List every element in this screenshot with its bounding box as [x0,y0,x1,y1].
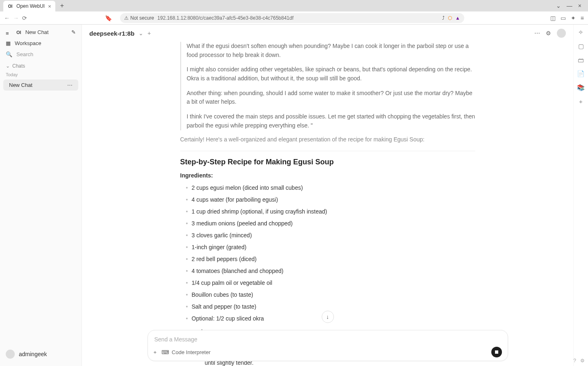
list-item: 3 medium onions (peeled and chopped) [184,218,475,230]
header-avatar-icon[interactable] [557,29,566,38]
search-placeholder: Search [16,51,33,57]
browser-right-icons: ◫ ▭ ✦ ≡ [550,15,584,21]
sidebar-user[interactable]: admingeek [0,346,82,363]
chats-label: Chats [12,63,25,69]
grid-icon: ▦ [6,40,11,46]
response-intro: Certainly! Here's a well-organized and e… [180,136,475,143]
window-minimize-icon[interactable]: ⌄ [556,2,561,9]
list-item: 2 cups egusi melon (diced into small cub… [184,182,475,194]
search-row[interactable]: 🔍 Search [0,49,82,60]
list-item: 1/4 cup palm oil or vegetable oil [184,277,475,289]
list-item: 1 cup dried shrimp (optional, if using c… [184,206,475,218]
list-item: 3 cloves garlic (minced) [184,230,475,241]
brave-shield-icon[interactable]: ⬡ [448,15,452,21]
reasoning-paragraph: Another thing: when pounding, should I a… [187,89,475,107]
reasoning-paragraph: I think I've covered the main steps and … [187,112,475,130]
workspace-button[interactable]: ▦ Workspace [0,38,82,49]
app-logo-icon: OI [16,30,21,35]
forward-icon[interactable]: → [13,15,19,21]
close-tab-icon[interactable]: × [48,3,51,9]
bottom-right-controls: ? ⚙ [573,358,585,364]
main-header: deepseek-r1:8b ⌄ + ⋯ ⚙ [82,25,573,42]
send-button[interactable] [491,347,502,357]
url-text: 192.168.1.12:8080/c/caec39a7-afc5-45e3-8… [157,15,293,21]
header-right: ⋯ ⚙ [534,29,566,38]
ingredients-list: 2 cups egusi melon (diced into small cub… [180,182,475,325]
archive-icon[interactable]: 🗃 [578,57,584,64]
reload-icon[interactable]: ⟳ [22,15,27,21]
reasoning-paragraph: I might also consider adding other veget… [187,65,475,83]
tab-favicon: OI [7,3,13,9]
expand-icon[interactable]: ✧ [578,29,583,36]
window-min-icon[interactable]: — [567,2,572,9]
app-root: ≡ OI New Chat ✎ ▦ Workspace 🔍 Search ⌄ C… [0,25,588,366]
chevron-down-icon: ⌄ [6,63,10,69]
tab-bar: OI Open WebUI × + ⌄ — × [0,0,588,11]
user-avatar-icon [6,350,15,359]
attach-button[interactable]: + [154,349,157,355]
add-panel-icon[interactable]: + [579,98,583,105]
recipe-title: Step-by-Step Recipe for Making Egusi Sou… [180,158,475,166]
brave-logo-icon[interactable]: ▲ [455,15,460,21]
chat-item-menu-icon[interactable]: ⋯ [67,82,73,88]
add-model-button[interactable]: + [148,30,151,36]
tab-title: Open WebUI [16,3,45,9]
code-interpreter-button[interactable]: ⌨ Code Interpreter [161,349,211,355]
chevron-down-icon[interactable]: ⌄ [138,30,143,36]
new-tab-button[interactable]: + [57,2,67,9]
more-icon[interactable]: ⋯ [534,30,540,36]
back-icon[interactable]: ← [4,15,10,21]
new-chat-label: New Chat [25,29,49,35]
workspace-label: Workspace [15,40,41,46]
composer: + ⌨ Code Interpreter [148,330,508,361]
message-input[interactable] [154,334,502,347]
share-icon[interactable]: ⤴ [442,15,445,21]
ingredients-heading: Ingredients: [180,172,475,179]
chats-section[interactable]: ⌄ Chats [0,60,82,70]
reasoning-block: What if the egusi doesn't soften enough … [180,42,475,130]
window-close-icon[interactable]: × [578,2,581,9]
list-item: 2 red bell peppers (diced) [184,253,475,265]
edit-icon[interactable]: ✎ [71,29,76,35]
bookmark-icon[interactable]: 🔖 [105,15,112,21]
browser-tab[interactable]: OI Open WebUI × [3,1,55,11]
chat-item[interactable]: New Chat ⋯ [3,80,78,91]
arrow-down-icon: ↓ [326,314,329,320]
composer-toolbar: + ⌨ Code Interpreter [154,347,502,357]
not-secure-label: Not secure [130,15,154,21]
right-rail: ✧ ▢ 🗃 📄 📚 + [573,25,588,366]
controls-icon[interactable]: ⚙ [546,30,551,36]
menu-icon[interactable]: ≡ [581,15,584,21]
not-secure-badge: ⚠ Not secure [124,15,154,21]
plus-icon: + [154,349,157,355]
list-item: 4 cups water (for parboiling egusi) [184,194,475,206]
list-item: Bouillon cubes (to taste) [184,289,475,301]
today-label: Today [0,70,82,79]
divider [180,151,475,151]
sidepanel-icon[interactable]: ◫ [550,15,556,21]
code-icon: ⌨ [161,349,169,355]
list-item: 4 tomatoes (blanched and chopped) [184,265,475,277]
notes-icon[interactable]: 📄 [577,70,585,77]
wallet-icon[interactable]: ▭ [561,15,566,21]
scroll-down-button[interactable]: ↓ [322,311,334,323]
search-icon: 🔍 [6,51,12,57]
model-selector[interactable]: deepseek-r1:8b [89,30,134,37]
browser-chrome: OI Open WebUI × + ⌄ — × ← → ⟳ 🔖 ⚠ Not se… [0,0,588,25]
window-controls: ⌄ — × [556,2,585,9]
settings-icon[interactable]: ⚙ [580,358,585,364]
library-icon[interactable]: 📚 [577,84,585,91]
help-button[interactable]: ? [573,358,576,364]
sidebar: ≡ OI New Chat ✎ ▦ Workspace 🔍 Search ⌄ C… [0,25,82,366]
new-chat-button[interactable]: OI New Chat ✎ [0,27,82,38]
warning-icon: ⚠ [124,15,129,21]
url-box[interactable]: ⚠ Not secure 192.168.1.12:8080/c/caec39a… [120,13,464,23]
panel-icon[interactable]: ▢ [578,43,584,50]
list-item: 1-inch ginger (grated) [184,241,475,253]
main-area: deepseek-r1:8b ⌄ + ⋯ ⚙ What if the egusi… [82,25,573,366]
nav-buttons: ← → ⟳ [4,15,27,21]
extensions-icon[interactable]: ✦ [571,15,576,21]
address-bar: ← → ⟳ 🔖 ⚠ Not secure 192.168.1.12:8080/c… [0,11,588,25]
chat-item-label: New Chat [9,82,32,88]
composer-wrap: + ⌨ Code Interpreter [82,330,573,361]
